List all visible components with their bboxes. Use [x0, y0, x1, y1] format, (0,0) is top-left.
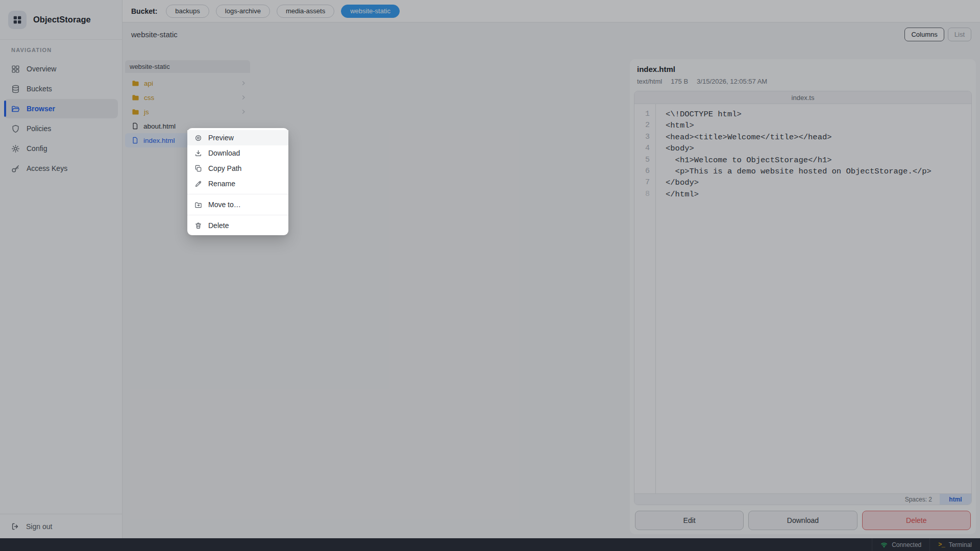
menu-item-label: Copy Path — [208, 164, 241, 172]
menu-item-download[interactable]: Download — [187, 145, 288, 161]
menu-item-label: Move to… — [208, 201, 241, 209]
pencil-icon — [194, 180, 202, 188]
menu-item-delete[interactable]: Delete — [187, 218, 288, 233]
menu-item-label: Download — [208, 149, 240, 157]
dim-overlay[interactable] — [0, 0, 980, 551]
menu-divider — [187, 194, 288, 194]
menu-item-rename[interactable]: Rename — [187, 176, 288, 191]
menu-item-label: Rename — [208, 180, 235, 188]
trash-icon — [194, 222, 202, 230]
copy-icon — [194, 165, 202, 172]
menu-item-label: Preview — [208, 134, 234, 142]
context-menu: Preview Download Copy Path — [187, 128, 288, 235]
menu-item-label: Delete — [208, 221, 229, 230]
menu-item-preview[interactable]: Preview — [187, 130, 288, 145]
menu-divider — [187, 215, 288, 215]
app-window: ObjectStorage NAVIGATION Overview — [0, 0, 980, 551]
download-icon — [194, 149, 202, 157]
menu-item-move-to[interactable]: Move to… — [187, 197, 288, 212]
move-folder-icon — [194, 201, 202, 209]
menu-item-copy-path[interactable]: Copy Path — [187, 161, 288, 176]
eye-icon — [194, 134, 202, 142]
